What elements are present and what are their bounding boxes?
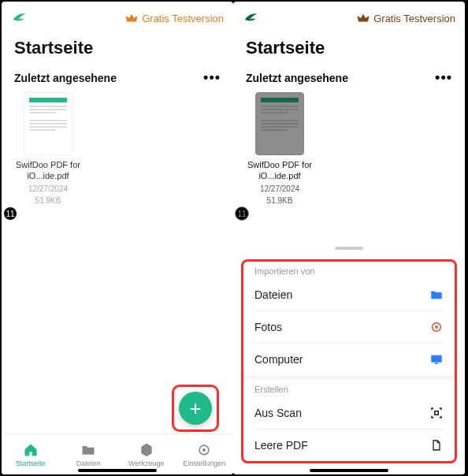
scan-icon (429, 406, 444, 420)
recent-section-header: Zuletzt angesehene ••• (2, 66, 233, 92)
page-title: Startseite (2, 35, 233, 66)
photos-icon (429, 320, 444, 334)
file-icon (429, 438, 444, 452)
file-date: 12/27/2024 (14, 184, 82, 194)
app-logo-icon (11, 9, 28, 27)
file-thumbnail (24, 92, 72, 155)
import-section-label: Importieren von (243, 262, 455, 279)
monitor-icon (429, 352, 444, 366)
file-card[interactable]: SwifDoo PDF for iO...ide.pdf 12/27/2024 … (246, 92, 314, 206)
import-computer-item[interactable]: Computer (243, 344, 455, 375)
file-size: 51.9KB (14, 195, 82, 206)
page-title: Startseite (233, 35, 465, 66)
create-scan-item[interactable]: Aus Scan (243, 397, 455, 429)
more-icon[interactable]: ••• (203, 69, 221, 86)
import-photos-item[interactable]: Fotos (243, 311, 455, 343)
svg-point-1 (202, 448, 206, 451)
crown-icon (356, 11, 370, 25)
more-icon[interactable]: ••• (435, 69, 452, 86)
recent-title: Zuletzt angesehene (14, 72, 117, 84)
import-files-item[interactable]: Dateien (243, 279, 455, 311)
file-size: 51.9KB (246, 195, 314, 206)
svg-point-3 (435, 325, 439, 329)
home-indicator (310, 469, 388, 472)
count-badge: 11 (3, 206, 17, 221)
count-badge: 11 (235, 206, 249, 221)
create-section-label: Erstellen (243, 380, 455, 397)
screen-import-sheet: Gratis Testversion Startseite Zuletzt an… (233, 2, 465, 474)
plus-icon: + (189, 398, 201, 418)
fab-highlight: + (172, 385, 219, 432)
home-icon (23, 442, 39, 458)
recent-section-header: Zuletzt angesehene ••• (233, 66, 465, 92)
gear-icon (196, 442, 212, 458)
svg-rect-6 (435, 411, 439, 415)
create-blank-item[interactable]: Leere PDF (243, 430, 455, 461)
sheet-highlight: Importieren von Dateien Fotos Computer E… (241, 259, 457, 463)
sheet-grabber[interactable] (335, 247, 363, 250)
tab-settings[interactable]: Einstellungen (176, 434, 234, 474)
file-card[interactable]: SwifDoo PDF for iO...ide.pdf 12/27/2024 … (14, 92, 82, 206)
bottom-sheet: Importieren von Dateien Fotos Computer E… (233, 239, 465, 474)
screen-home: Gratis Testversion Startseite Zuletzt an… (2, 2, 233, 474)
crown-icon (124, 11, 139, 25)
tab-home[interactable]: Startseite (2, 434, 60, 474)
file-date: 12/27/2024 (246, 184, 314, 194)
app-logo-icon (243, 9, 260, 27)
trial-label: Gratis Testversion (373, 13, 455, 24)
file-name: SwifDoo PDF for iO...ide.pdf (14, 160, 82, 182)
file-name: SwifDoo PDF for iO...ide.pdf (246, 160, 314, 182)
header: Gratis Testversion (233, 2, 465, 35)
svg-rect-5 (435, 363, 439, 365)
home-indicator (78, 469, 157, 472)
trial-button[interactable]: Gratis Testversion (356, 11, 455, 25)
header: Gratis Testversion (2, 2, 233, 35)
folder-icon (429, 288, 444, 302)
folder-icon (80, 442, 96, 458)
tools-icon (139, 442, 154, 458)
add-button[interactable]: + (179, 392, 212, 425)
trial-button[interactable]: Gratis Testversion (124, 11, 224, 25)
trial-label: Gratis Testversion (142, 13, 224, 24)
file-thumbnail (255, 92, 304, 155)
recent-title: Zuletzt angesehene (246, 72, 348, 84)
svg-rect-4 (431, 355, 442, 363)
